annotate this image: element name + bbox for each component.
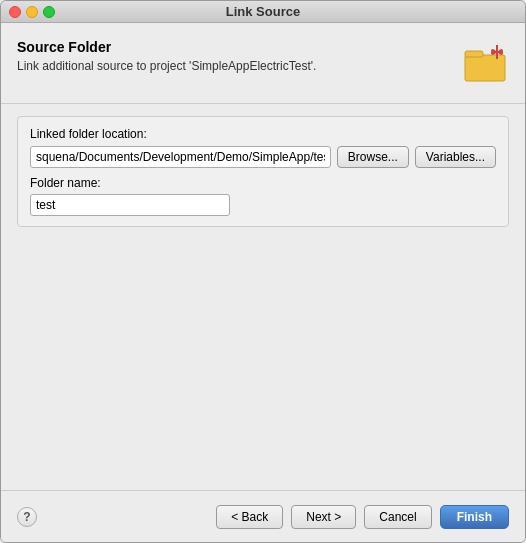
minimize-button[interactable] — [26, 6, 38, 18]
header-text: Source Folder Link additional source to … — [17, 39, 451, 73]
footer: ? < Back Next > Cancel Finish — [1, 490, 525, 542]
content-area: Source Folder Link additional source to … — [1, 23, 525, 490]
svg-rect-0 — [465, 55, 505, 81]
browse-button[interactable]: Browse... — [337, 146, 409, 168]
linked-folder-input[interactable] — [30, 146, 331, 168]
main-area — [17, 227, 509, 490]
close-button[interactable] — [9, 6, 21, 18]
cancel-button[interactable]: Cancel — [364, 505, 431, 529]
variables-button[interactable]: Variables... — [415, 146, 496, 168]
page-subtitle: Link additional source to project 'Simpl… — [17, 59, 451, 73]
page-title: Source Folder — [17, 39, 451, 55]
folder-name-input[interactable] — [30, 194, 230, 216]
back-button[interactable]: < Back — [216, 505, 283, 529]
svg-rect-1 — [465, 51, 483, 57]
linked-folder-label: Linked folder location: — [30, 127, 496, 141]
traffic-lights — [9, 6, 55, 18]
help-button[interactable]: ? — [17, 507, 37, 527]
footer-left: ? — [17, 507, 37, 527]
window: Link Source Source Folder Link additiona… — [0, 0, 526, 543]
form-section: Linked folder location: Browse... Variab… — [17, 116, 509, 227]
window-title: Link Source — [226, 4, 300, 19]
header-divider — [1, 103, 525, 104]
finish-button[interactable]: Finish — [440, 505, 509, 529]
title-bar: Link Source — [1, 1, 525, 23]
header-section: Source Folder Link additional source to … — [17, 39, 509, 87]
linked-folder-row: Browse... Variables... — [30, 146, 496, 168]
maximize-button[interactable] — [43, 6, 55, 18]
footer-buttons: < Back Next > Cancel Finish — [216, 505, 509, 529]
folder-name-label: Folder name: — [30, 176, 496, 190]
folder-icon — [461, 39, 509, 87]
next-button[interactable]: Next > — [291, 505, 356, 529]
